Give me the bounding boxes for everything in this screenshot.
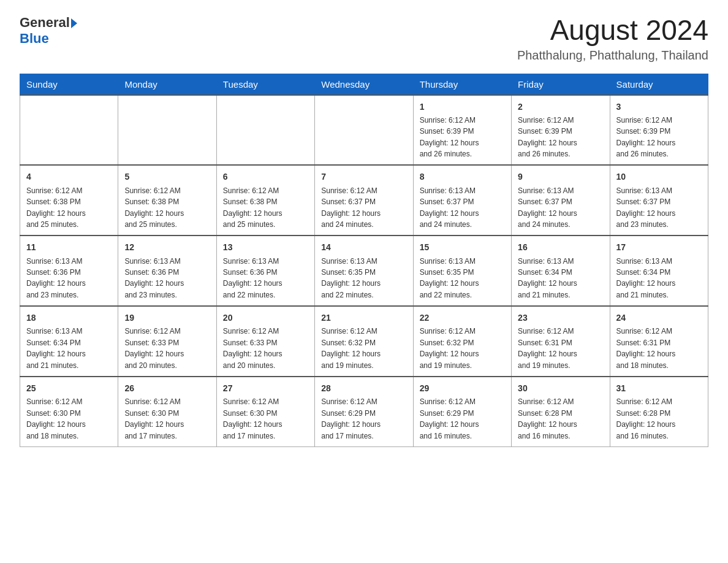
calendar-cell: 3Sunrise: 6:12 AM Sunset: 6:39 PM Daylig… (610, 95, 708, 166)
day-number: 1 (420, 101, 505, 113)
calendar-cell: 7Sunrise: 6:12 AM Sunset: 6:37 PM Daylig… (315, 165, 413, 236)
day-number: 27 (223, 382, 308, 394)
calendar-cell: 1Sunrise: 6:12 AM Sunset: 6:39 PM Daylig… (413, 95, 511, 166)
day-number: 17 (616, 241, 702, 253)
day-info: Sunrise: 6:12 AM Sunset: 6:38 PM Dayligh… (124, 186, 184, 229)
day-info: Sunrise: 6:13 AM Sunset: 6:36 PM Dayligh… (223, 257, 282, 299)
calendar-cell: 10Sunrise: 6:13 AM Sunset: 6:37 PM Dayli… (610, 165, 708, 236)
calendar-cell: 6Sunrise: 6:12 AM Sunset: 6:38 PM Daylig… (216, 165, 314, 236)
calendar-header-row: SundayMondayTuesdayWednesdayThursdayFrid… (20, 74, 708, 95)
calendar-week-1: 1Sunrise: 6:12 AM Sunset: 6:39 PM Daylig… (20, 95, 708, 166)
day-number: 14 (321, 241, 406, 253)
calendar-table: SundayMondayTuesdayWednesdayThursdayFrid… (20, 74, 708, 447)
calendar-cell: 19Sunrise: 6:12 AM Sunset: 6:33 PM Dayli… (118, 306, 216, 377)
location-subtitle: Phatthalung, Phatthalung, Thailand (517, 48, 708, 63)
day-info: Sunrise: 6:12 AM Sunset: 6:39 PM Dayligh… (616, 116, 676, 158)
logo-general: General (20, 15, 70, 31)
day-number: 23 (518, 312, 603, 324)
weekday-header-wednesday: Wednesday (315, 74, 413, 95)
calendar-cell: 20Sunrise: 6:12 AM Sunset: 6:33 PM Dayli… (216, 306, 314, 377)
day-number: 15 (420, 241, 505, 253)
day-info: Sunrise: 6:13 AM Sunset: 6:35 PM Dayligh… (420, 257, 479, 299)
calendar-cell: 16Sunrise: 6:13 AM Sunset: 6:34 PM Dayli… (512, 236, 610, 306)
day-info: Sunrise: 6:12 AM Sunset: 6:30 PM Dayligh… (26, 397, 86, 440)
calendar-cell: 14Sunrise: 6:13 AM Sunset: 6:35 PM Dayli… (315, 236, 413, 306)
day-number: 3 (616, 101, 702, 113)
calendar-cell: 12Sunrise: 6:13 AM Sunset: 6:36 PM Dayli… (118, 236, 216, 306)
day-number: 6 (223, 170, 308, 183)
day-info: Sunrise: 6:12 AM Sunset: 6:31 PM Dayligh… (518, 327, 577, 369)
day-info: Sunrise: 6:12 AM Sunset: 6:32 PM Dayligh… (321, 327, 381, 369)
day-number: 21 (321, 312, 406, 324)
calendar-week-5: 25Sunrise: 6:12 AM Sunset: 6:30 PM Dayli… (20, 377, 708, 446)
day-number: 16 (518, 241, 603, 253)
day-number: 26 (124, 382, 210, 394)
calendar-cell: 13Sunrise: 6:13 AM Sunset: 6:36 PM Dayli… (216, 236, 314, 306)
calendar-cell: 26Sunrise: 6:12 AM Sunset: 6:30 PM Dayli… (118, 377, 216, 446)
day-number: 31 (616, 382, 702, 394)
calendar-cell (118, 95, 216, 166)
month-year-title: August 2024 (517, 15, 708, 46)
calendar-cell: 11Sunrise: 6:13 AM Sunset: 6:36 PM Dayli… (20, 236, 118, 306)
calendar-cell: 15Sunrise: 6:13 AM Sunset: 6:35 PM Dayli… (413, 236, 511, 306)
calendar-cell: 24Sunrise: 6:12 AM Sunset: 6:31 PM Dayli… (610, 306, 708, 377)
calendar-cell: 17Sunrise: 6:13 AM Sunset: 6:34 PM Dayli… (610, 236, 708, 306)
day-info: Sunrise: 6:12 AM Sunset: 6:37 PM Dayligh… (321, 186, 381, 229)
day-info: Sunrise: 6:13 AM Sunset: 6:36 PM Dayligh… (124, 257, 184, 299)
day-info: Sunrise: 6:12 AM Sunset: 6:33 PM Dayligh… (124, 327, 184, 369)
day-number: 11 (26, 241, 112, 253)
day-number: 24 (616, 312, 702, 324)
calendar-week-4: 18Sunrise: 6:13 AM Sunset: 6:34 PM Dayli… (20, 306, 708, 377)
day-info: Sunrise: 6:12 AM Sunset: 6:28 PM Dayligh… (616, 397, 676, 440)
calendar-cell: 29Sunrise: 6:12 AM Sunset: 6:29 PM Dayli… (413, 377, 511, 446)
day-info: Sunrise: 6:12 AM Sunset: 6:30 PM Dayligh… (223, 397, 282, 440)
day-info: Sunrise: 6:12 AM Sunset: 6:29 PM Dayligh… (321, 397, 381, 440)
weekday-header-tuesday: Tuesday (216, 74, 314, 95)
day-number: 7 (321, 170, 406, 183)
calendar-cell: 25Sunrise: 6:12 AM Sunset: 6:30 PM Dayli… (20, 377, 118, 446)
logo: General Blue (20, 15, 77, 47)
calendar-cell: 9Sunrise: 6:13 AM Sunset: 6:37 PM Daylig… (512, 165, 610, 236)
day-info: Sunrise: 6:13 AM Sunset: 6:37 PM Dayligh… (616, 186, 676, 229)
calendar-cell: 8Sunrise: 6:13 AM Sunset: 6:37 PM Daylig… (413, 165, 511, 236)
day-info: Sunrise: 6:12 AM Sunset: 6:30 PM Dayligh… (124, 397, 184, 440)
day-number: 10 (616, 170, 702, 183)
calendar-cell: 22Sunrise: 6:12 AM Sunset: 6:32 PM Dayli… (413, 306, 511, 377)
day-number: 28 (321, 382, 406, 394)
day-number: 30 (518, 382, 603, 394)
calendar-cell: 23Sunrise: 6:12 AM Sunset: 6:31 PM Dayli… (512, 306, 610, 377)
calendar-cell (216, 95, 314, 166)
calendar-cell: 4Sunrise: 6:12 AM Sunset: 6:38 PM Daylig… (20, 165, 118, 236)
day-info: Sunrise: 6:13 AM Sunset: 6:37 PM Dayligh… (420, 186, 479, 229)
weekday-header-monday: Monday (118, 74, 216, 95)
calendar-cell: 28Sunrise: 6:12 AM Sunset: 6:29 PM Dayli… (315, 377, 413, 446)
day-number: 2 (518, 101, 603, 113)
calendar-cell: 31Sunrise: 6:12 AM Sunset: 6:28 PM Dayli… (610, 377, 708, 446)
day-info: Sunrise: 6:13 AM Sunset: 6:34 PM Dayligh… (616, 257, 676, 299)
page-header: General Blue August 2024 Phatthalung, Ph… (20, 15, 708, 63)
day-info: Sunrise: 6:13 AM Sunset: 6:35 PM Dayligh… (321, 257, 381, 299)
day-info: Sunrise: 6:13 AM Sunset: 6:34 PM Dayligh… (26, 327, 86, 369)
calendar-cell: 27Sunrise: 6:12 AM Sunset: 6:30 PM Dayli… (216, 377, 314, 446)
day-info: Sunrise: 6:13 AM Sunset: 6:36 PM Dayligh… (26, 257, 86, 299)
logo-arrow-icon (71, 18, 77, 28)
calendar-cell (20, 95, 118, 166)
calendar-cell (315, 95, 413, 166)
title-block: August 2024 Phatthalung, Phatthalung, Th… (517, 15, 708, 63)
calendar-week-2: 4Sunrise: 6:12 AM Sunset: 6:38 PM Daylig… (20, 165, 708, 236)
day-info: Sunrise: 6:12 AM Sunset: 6:38 PM Dayligh… (26, 186, 86, 229)
calendar-week-3: 11Sunrise: 6:13 AM Sunset: 6:36 PM Dayli… (20, 236, 708, 306)
day-info: Sunrise: 6:12 AM Sunset: 6:33 PM Dayligh… (223, 327, 282, 369)
day-number: 29 (420, 382, 505, 394)
logo-blue: Blue (20, 31, 49, 46)
calendar-cell: 18Sunrise: 6:13 AM Sunset: 6:34 PM Dayli… (20, 306, 118, 377)
day-info: Sunrise: 6:12 AM Sunset: 6:29 PM Dayligh… (420, 397, 479, 440)
day-number: 13 (223, 241, 308, 253)
day-number: 20 (223, 312, 308, 324)
day-number: 19 (124, 312, 210, 324)
day-info: Sunrise: 6:12 AM Sunset: 6:32 PM Dayligh… (420, 327, 479, 369)
weekday-header-saturday: Saturday (610, 74, 708, 95)
calendar-cell: 21Sunrise: 6:12 AM Sunset: 6:32 PM Dayli… (315, 306, 413, 377)
calendar-cell: 30Sunrise: 6:12 AM Sunset: 6:28 PM Dayli… (512, 377, 610, 446)
calendar-cell: 5Sunrise: 6:12 AM Sunset: 6:38 PM Daylig… (118, 165, 216, 236)
